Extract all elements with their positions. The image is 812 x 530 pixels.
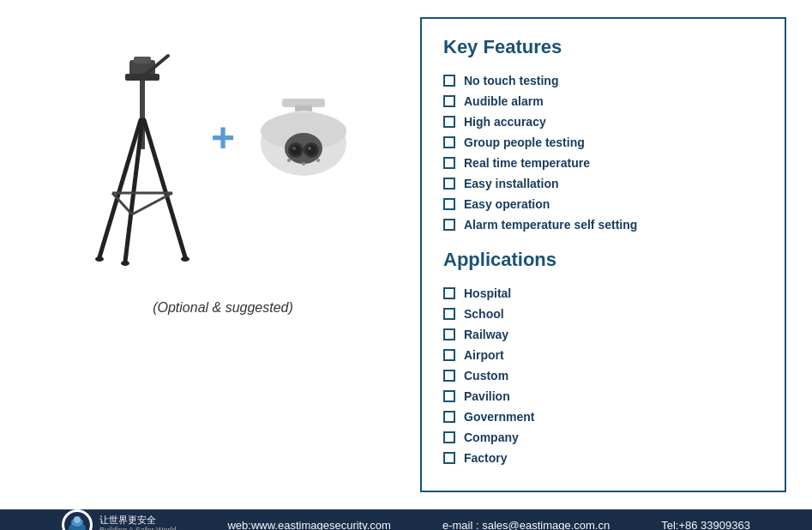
application-label: Pavilion [464,389,510,403]
feature-label: Easy operation [464,197,550,211]
application-item: Company [443,431,763,444]
checkbox-icon [443,136,455,148]
application-item: Hospital [443,286,763,300]
svg-point-21 [292,147,296,150]
application-label: Hospital [464,286,511,300]
footer: 让世界更安全 Building A Safer World web:www.ea… [0,509,812,530]
plus-icon: + [211,114,235,213]
logo-circle [62,509,93,530]
feature-label: Real time temperature [464,156,590,170]
checkbox-icon [443,75,455,87]
svg-rect-1 [134,57,151,63]
svg-point-25 [287,159,291,162]
feature-label: Easy installation [464,177,558,190]
key-features-section: Key Features No touch testingAudible ala… [443,36,763,232]
feature-item: Alarm temperature self setting [443,218,763,232]
application-item: Custom [443,369,763,382]
application-label: Factory [464,451,508,465]
application-item: School [443,307,763,321]
product-image-section: + [26,17,420,316]
feature-item: Real time temperature [443,156,763,170]
checkbox-icon [443,178,455,190]
application-label: Government [464,410,534,424]
footer-website: web:www.eastimagesecurity.com [227,519,391,531]
application-label: School [464,307,504,321]
feature-item: Audible alarm [443,94,763,108]
application-item: Factory [443,451,763,465]
feature-label: Alarm temperature self setting [464,218,637,232]
application-item: Airport [443,348,763,362]
footer-logo-text: 让世界更安全 Building A Safer World [99,514,176,530]
feature-item: High accuracy [443,115,763,129]
checkbox-icon [443,411,455,423]
applications-title: Applications [443,249,763,271]
svg-point-23 [306,145,316,155]
tripod-image [87,43,198,283]
checkbox-icon [443,370,455,382]
checkbox-icon [443,157,455,169]
feature-label: Group people testing [464,136,585,149]
feature-item: Easy operation [443,197,763,211]
checkbox-icon [443,95,455,107]
checkbox-icon [443,116,455,128]
feature-item: Easy installation [443,177,763,190]
features-title: Key Features [443,36,763,58]
checkbox-icon [443,198,455,210]
svg-point-24 [308,147,311,150]
applications-list: HospitalSchoolRailwayAirportCustomPavili… [443,286,763,465]
application-label: Airport [464,348,504,362]
application-item: Government [443,410,763,424]
footer-phone: Tel:+86 33909363 [661,519,750,531]
checkbox-icon [443,287,455,299]
checkbox-icon [443,219,455,231]
checkbox-icon [443,349,455,361]
application-label: Custom [464,369,508,382]
svg-point-26 [316,159,320,162]
camera-image [248,111,359,214]
application-item: Railway [443,328,763,341]
svg-point-27 [302,162,305,166]
footer-logo: 让世界更安全 Building A Safer World [62,509,176,530]
svg-line-5 [144,120,185,257]
checkbox-icon [443,328,455,340]
application-label: Railway [464,328,508,341]
checkbox-icon [443,431,455,443]
svg-point-20 [291,145,301,155]
features-box: Key Features No touch testingAudible ala… [420,17,786,492]
checkbox-icon [443,390,455,402]
feature-label: No touch testing [464,74,558,87]
feature-label: Audible alarm [464,94,544,108]
svg-point-8 [181,256,189,262]
features-list: No touch testingAudible alarmHigh accura… [443,74,763,232]
footer-email: e-mail : sales@eastimage.com.cn [442,519,610,531]
svg-point-7 [95,256,104,262]
feature-item: No touch testing [443,74,763,87]
applications-section: Applications HospitalSchoolRailwayAirpor… [443,249,763,465]
optional-label: (Optional & suggested) [153,300,293,316]
feature-label: High accuracy [464,115,546,129]
svg-point-9 [121,261,129,266]
checkbox-icon [443,308,455,320]
svg-point-31 [74,516,81,523]
checkbox-icon [443,452,455,464]
application-item: Pavilion [443,389,763,403]
application-label: Company [464,431,519,444]
feature-item: Group people testing [443,136,763,149]
svg-line-12 [132,193,172,214]
